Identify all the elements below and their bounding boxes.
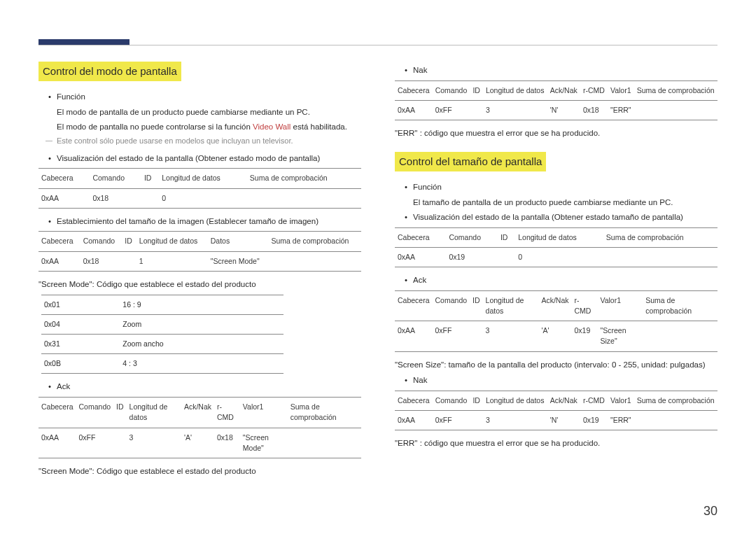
th: Cabecera (395, 80, 433, 100)
td (470, 321, 483, 351)
td: "Screen Size" (597, 321, 643, 351)
accent-bar (38, 39, 130, 45)
th: Longitud de datos (483, 391, 547, 410)
th: ID (470, 80, 483, 100)
bullet-viz: Visualización del estado de la pantalla … (405, 211, 718, 223)
th: Suma de comprobación (634, 391, 718, 410)
th: ID (141, 169, 159, 188)
video-wall-keyword: Video Wall (253, 122, 290, 131)
text: El modo de pantalla de un producto puede… (57, 106, 361, 118)
th: Comando (446, 227, 497, 247)
td: 0xAA (38, 428, 76, 458)
td: 0x31 (41, 335, 120, 354)
td: "ERR" (608, 100, 634, 120)
label: Visualización del estado de la pantalla … (413, 213, 683, 221)
td (498, 247, 515, 267)
bullet-ack: Ack (405, 274, 718, 286)
th: Ack/Nak (181, 398, 214, 428)
td: 0x18 (580, 100, 608, 120)
th: Datos (208, 232, 269, 251)
bullet-list: Visualización del estado de la pantalla … (395, 211, 718, 223)
bullet-nak: Nak (405, 64, 718, 76)
td: 'N' (547, 411, 580, 430)
text-part: está habilitada. (290, 122, 347, 131)
th: r-CMD (580, 391, 608, 410)
td: 0x18 (214, 428, 240, 458)
text-part: El modo de pantalla no puede controlarse… (57, 122, 253, 131)
td: 0xAA (395, 100, 433, 120)
td (141, 188, 159, 208)
th: Cabecera (38, 398, 76, 428)
bullet-list: Visualización del estado de la pantalla … (38, 153, 361, 164)
label: Nak (413, 66, 427, 74)
bullet-list: Nak (395, 374, 718, 386)
text: "Screen Size": tamaño de la pantalla del… (395, 359, 718, 371)
label: Función (413, 183, 442, 191)
td: 4 : 3 (120, 354, 283, 374)
td (122, 251, 136, 271)
th: Suma de comprobación (634, 80, 718, 100)
th: ID (470, 391, 483, 410)
text: El modo de pantalla no puede controlarse… (57, 121, 361, 133)
left-column: Control del modo de pantalla Función El … (38, 62, 361, 482)
th: Comando (433, 290, 470, 321)
th: r-CMD (214, 398, 240, 428)
th: Ack/Nak (538, 290, 571, 321)
table-get-screen-mode: Cabecera Comando ID Longitud de datos Su… (38, 168, 361, 208)
label: Función (57, 92, 85, 101)
th: Valor1 (240, 398, 288, 428)
table-nak-screen-mode: Cabecera Comando ID Longitud de datos Ac… (395, 80, 718, 120)
th: Comando (76, 398, 114, 428)
td: 1 (136, 251, 208, 271)
td: 0x19 (580, 411, 608, 430)
th: Comando (90, 169, 141, 188)
th: Valor1 (608, 391, 634, 410)
th: Longitud de datos (483, 290, 539, 321)
th: ID (122, 232, 136, 251)
th: Valor1 (608, 80, 634, 100)
bullet-function: Función (405, 181, 718, 193)
td: 0xAA (38, 251, 80, 271)
bullet-list: Ack (395, 274, 718, 286)
td: 0xAA (395, 321, 433, 351)
bullet-function: Función (48, 91, 361, 103)
td: 0x0B (41, 354, 120, 374)
th: Longitud de datos (483, 80, 547, 100)
th: Comando (433, 80, 470, 100)
th: Cabecera (395, 391, 433, 410)
bullet-ack: Ack (48, 381, 361, 393)
bullet-viz: Visualización del estado de la pantalla … (48, 153, 361, 164)
bullet-list: Nak (395, 64, 718, 76)
th: ID (470, 290, 483, 321)
table-screen-mode-codes: 0x0116 : 9 0x04Zoom 0x31Zoom ancho 0x0B4… (41, 295, 284, 374)
model-note: Este control sólo puede usarse en modelo… (48, 136, 361, 147)
text: "ERR" : código que muestra el error que … (395, 437, 718, 449)
td: 0 (159, 188, 247, 208)
td: 0x18 (80, 251, 122, 271)
th: Comando (433, 391, 470, 410)
td: "Screen Mode" (208, 251, 269, 271)
bullet-list: Ack (38, 381, 361, 393)
bullet-list: Función (395, 181, 718, 193)
section-title: Control del modo de pantalla (38, 62, 181, 81)
table-nak-screen-size: Cabecera Comando ID Longitud de datos Ac… (395, 391, 718, 430)
td (247, 188, 361, 208)
header-rule (38, 45, 718, 45)
th: r-CMD (571, 290, 597, 321)
th: Ack/Nak (547, 391, 580, 410)
th: Comando (80, 232, 122, 251)
th: Valor1 (597, 290, 643, 321)
td: 3 (483, 411, 547, 430)
td (470, 411, 483, 430)
td: 16 : 9 (120, 295, 283, 314)
td: 0xFF (76, 428, 114, 458)
label: Ack (413, 276, 426, 284)
th: ID (113, 398, 127, 428)
td (634, 411, 718, 430)
td: 3 (483, 100, 547, 120)
td: 0x18 (90, 188, 141, 208)
text: "ERR" : código que muestra el error que … (395, 127, 718, 139)
text: "Screen Mode": Código que establece el e… (38, 279, 361, 290)
table-ack-screen-mode: Cabecera Comando ID Longitud de datos Ac… (38, 397, 361, 458)
th: Suma de comprobación (603, 227, 718, 247)
